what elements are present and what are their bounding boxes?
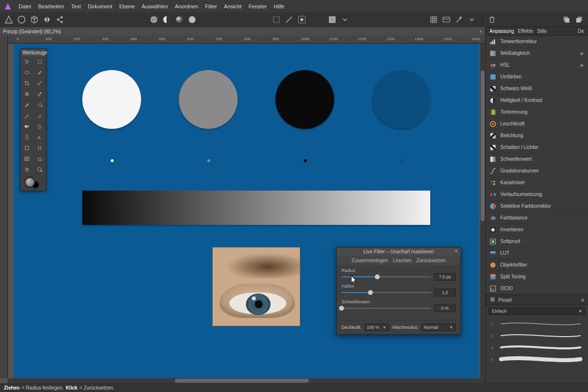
half-circle-icon[interactable] — [162, 15, 172, 24]
mesh-tool-icon[interactable] — [33, 143, 46, 153]
adjustment-item[interactable]: Weißabgleich▶ — [486, 48, 588, 59]
canvas-circle[interactable] — [82, 70, 141, 129]
diagonal-line-icon[interactable] — [284, 15, 294, 24]
radius-value[interactable]: 7,5 px — [434, 273, 456, 281]
sphere-shaded-icon[interactable] — [174, 15, 184, 24]
gradient-rectangle[interactable] — [82, 191, 430, 225]
adjustment-item[interactable]: LUT — [486, 247, 588, 259]
color-swatch[interactable] — [21, 175, 46, 191]
cube-icon[interactable] — [29, 15, 39, 24]
menu-window[interactable]: Fenster — [248, 3, 267, 9]
pencil-tool-icon[interactable] — [21, 110, 33, 121]
adjustment-item[interactable]: Gradationskurven — [486, 165, 588, 177]
move-tool-icon[interactable] — [21, 56, 33, 67]
threshold-value[interactable]: 0 % — [434, 304, 456, 312]
heal-tool-icon[interactable] — [21, 89, 33, 99]
adjustment-item[interactable]: Umfärben — [486, 71, 588, 83]
close-icon[interactable]: × — [479, 29, 482, 34]
adjustment-item[interactable]: Schwarz-Weiß — [486, 83, 588, 95]
dialog-close-icon[interactable]: × — [455, 248, 458, 254]
share-icon[interactable] — [55, 15, 65, 24]
menu-text[interactable]: Text — [71, 3, 81, 9]
threshold-slider[interactable] — [342, 305, 431, 312]
adjustment-item[interactable]: Helligkeit / Kontrast — [486, 95, 588, 106]
eyedropper-tool-icon[interactable] — [33, 78, 46, 89]
menu-filter[interactable]: Filter — [205, 3, 217, 9]
menu-select[interactable]: Auswählen — [142, 3, 168, 9]
canvas-circle[interactable] — [275, 70, 334, 129]
adjustment-item[interactable]: Invertieren — [486, 224, 588, 236]
refine-selection-icon[interactable] — [297, 15, 307, 24]
vertical-scrollbar[interactable] — [480, 44, 485, 378]
brush-preset[interactable]: 2 — [489, 330, 585, 342]
layer-stack-1-icon[interactable] — [562, 15, 571, 24]
tab-styles[interactable]: Stile — [537, 28, 546, 34]
pen-tool-icon[interactable] — [21, 132, 33, 143]
flip-horizontal-icon[interactable] — [42, 15, 52, 24]
gradient-tool-icon[interactable] — [21, 121, 33, 132]
lasso-tool-icon[interactable] — [21, 67, 33, 78]
adjustment-item[interactable]: Farbbalance — [486, 212, 588, 224]
canvas-dot[interactable] — [400, 159, 403, 162]
tab-extra[interactable]: De — [578, 28, 584, 34]
canvas-dot[interactable] — [207, 159, 210, 162]
selection-dashed-icon[interactable] — [271, 15, 281, 24]
drop-tool-icon[interactable] — [33, 121, 46, 132]
adjustment-item[interactable]: Verlaufsumsetzung — [486, 189, 588, 200]
tab-adjustments[interactable]: Anpassung — [490, 28, 514, 34]
menu-edit[interactable]: Bearbeiten — [38, 3, 64, 9]
adjustment-item[interactable]: Tonwertkorrektur — [486, 36, 588, 48]
quicklook-square-icon[interactable] — [327, 15, 337, 24]
trash-icon[interactable] — [487, 15, 497, 24]
document-tab[interactable]: Prinzip [Geändert] (80,2%) × — [0, 27, 485, 36]
app-triangle-icon[interactable] — [4, 15, 14, 24]
dialog-delete-button[interactable]: Löschen — [393, 258, 412, 263]
adjustment-item[interactable]: Leuchtkraft — [486, 118, 588, 130]
table-tool-icon[interactable] — [21, 153, 33, 164]
radius-slider[interactable] — [342, 273, 431, 280]
factor-slider[interactable] — [342, 289, 431, 296]
menu-help[interactable]: Hilfe — [273, 3, 284, 9]
brush-tool-icon[interactable] — [33, 67, 46, 78]
sphere-lines-icon[interactable] — [149, 15, 159, 24]
adjustment-item[interactable]: Belichtung — [486, 130, 588, 142]
adjustment-item[interactable]: Schatten / Lichter — [486, 142, 588, 153]
hand-tool-icon[interactable] — [21, 164, 33, 175]
canvas-circle[interactable] — [372, 70, 431, 129]
paint-tool-icon[interactable] — [21, 99, 33, 110]
tools-panel[interactable]: Werkzeuge A — [20, 49, 47, 191]
brush-preset[interactable]: 1 — [489, 318, 585, 330]
text-tool-icon[interactable]: A — [33, 132, 46, 143]
layer-stack-2-icon[interactable] — [574, 15, 584, 24]
assistant-wand-icon[interactable] — [454, 15, 464, 24]
brush-panel-menu-icon[interactable]: ≡ — [581, 297, 584, 303]
menu-layer[interactable]: Ebene — [119, 3, 135, 9]
zoom-tool-icon[interactable] — [33, 164, 46, 175]
node-tool-icon[interactable] — [33, 56, 46, 67]
foreground-color-swatch[interactable] — [24, 177, 35, 188]
adjustment-item[interactable]: Objektivfilter — [486, 259, 588, 271]
card-icon[interactable] — [441, 15, 451, 24]
adjustment-item[interactable]: HSL▶ — [486, 59, 588, 71]
brush-preset[interactable]: 4 — [489, 342, 585, 353]
adjustment-item[interactable]: Softproof — [486, 236, 588, 247]
live-filter-dialog[interactable]: Live-Filter – Unscharf maskieren × Zusam… — [336, 247, 461, 335]
menu-arrange[interactable]: Anordnen — [175, 3, 198, 9]
sphere-solid-icon[interactable] — [187, 15, 197, 24]
adjustment-item[interactable]: Split Toning — [486, 271, 588, 283]
dialog-merge-button[interactable]: Zusammenlegen — [351, 258, 388, 263]
adjustment-item[interactable]: Schwellenwert — [486, 153, 588, 165]
circle-outline-icon[interactable] — [17, 15, 26, 24]
menu-view[interactable]: Ansicht — [224, 3, 242, 9]
fill-tool-icon[interactable] — [33, 99, 46, 110]
clone-tool-icon[interactable] — [33, 89, 46, 99]
perspective-tool-icon[interactable] — [33, 153, 46, 164]
canvas-circle[interactable] — [179, 70, 238, 129]
factor-value[interactable]: 1,2 — [434, 289, 456, 296]
dropdown-icon[interactable] — [340, 15, 350, 24]
shape-tool-icon[interactable] — [21, 143, 33, 153]
viewport[interactable]: Werkzeuge A — [8, 44, 485, 378]
brush-preset[interactable]: 8 — [489, 353, 585, 365]
adjustment-item[interactable]: IOOCIO — [486, 283, 588, 294]
adjustment-item[interactable]: Kanalmixer — [486, 177, 588, 189]
